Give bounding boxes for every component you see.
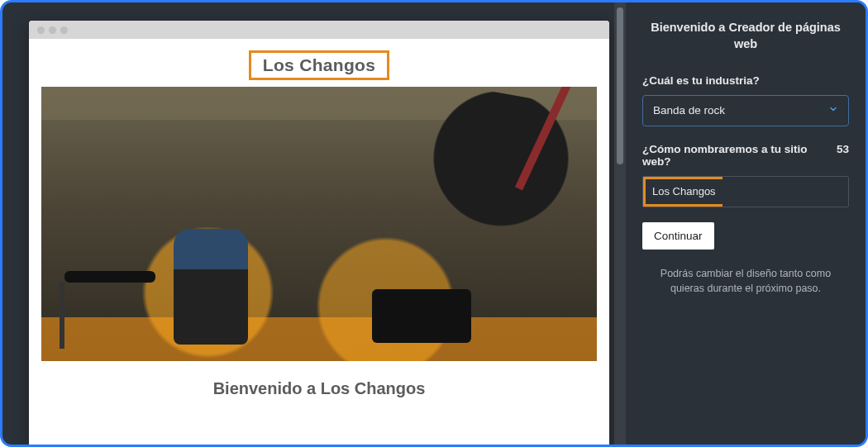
sitename-label: ¿Cómo nombraremos a tu sitio web? xyxy=(642,143,837,168)
industry-select-value: Banda de rock xyxy=(653,104,725,117)
site-title-highlight: Los Changos xyxy=(249,50,389,80)
preview-page-body: Los Changos Bienvenido a Los Changos xyxy=(29,39,609,445)
scroll-thumb[interactable] xyxy=(617,7,623,164)
window-dot-icon xyxy=(60,26,68,34)
window-dot-icon xyxy=(49,26,56,34)
sitename-input[interactable]: Los Changos xyxy=(642,176,849,207)
industry-label: ¿Cuál es tu industria? xyxy=(642,74,849,87)
browser-titlebar xyxy=(29,21,609,39)
site-title: Los Changos xyxy=(263,55,375,75)
sitename-input-value-highlight: Los Changos xyxy=(643,177,723,207)
window-dot-icon xyxy=(37,26,45,34)
singer-shape-icon xyxy=(174,229,248,345)
sitename-label-row: ¿Cómo nombraremos a tu sitio web? 53 xyxy=(642,143,849,168)
setup-sidebar: Bienvenido a Creador de páginas web ¿Cuá… xyxy=(626,2,866,445)
equipment-case-shape-icon xyxy=(372,289,471,343)
hero-image xyxy=(41,87,597,361)
keyboard-shape-icon xyxy=(64,271,155,283)
sitename-char-count: 53 xyxy=(837,143,849,155)
helper-text: Podrás cambiar el diseño tanto como quie… xyxy=(642,266,849,297)
sitename-input-rest xyxy=(723,177,848,207)
continue-button[interactable]: Continuar xyxy=(642,222,714,250)
guitarist-shape-icon xyxy=(406,87,582,319)
sidebar-title: Bienvenido a Creador de páginas web xyxy=(642,19,849,53)
industry-select[interactable]: Banda de rock xyxy=(642,95,849,126)
industry-label-text: ¿Cuál es tu industria? xyxy=(642,74,760,87)
preview-scrollbar[interactable] xyxy=(614,2,626,445)
site-preview-area: Los Changos Bienvenido a Los Changos xyxy=(2,2,614,445)
welcome-heading: Bienvenido a Los Changos xyxy=(213,379,426,398)
chevron-down-icon xyxy=(828,104,838,117)
app-frame: Los Changos Bienvenido a Los Changos Bie… xyxy=(0,0,868,447)
browser-mock: Los Changos Bienvenido a Los Changos xyxy=(29,21,609,445)
